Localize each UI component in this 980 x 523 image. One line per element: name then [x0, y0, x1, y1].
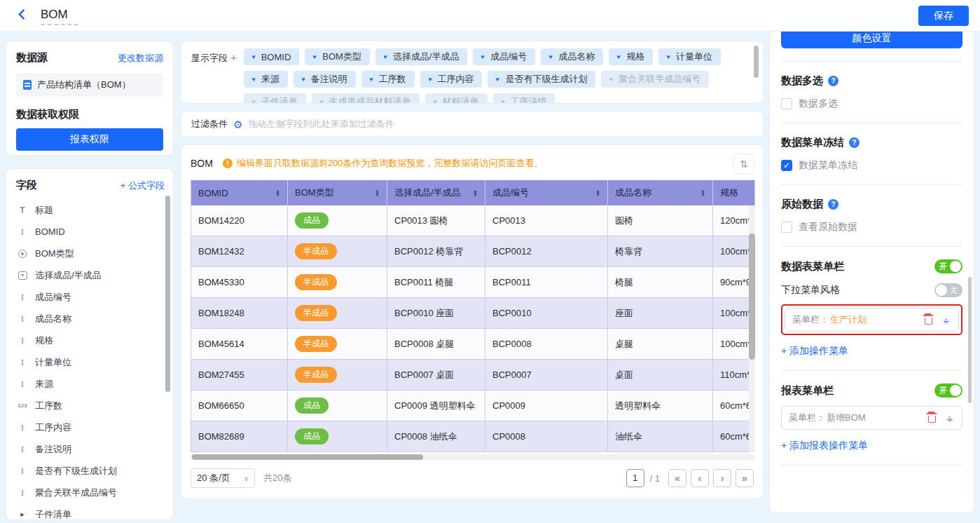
table-horizontal-scrollbar[interactable]: [191, 454, 755, 460]
chip-bomid[interactable]: ▼BOMID: [244, 48, 300, 65]
add-display-field-icon[interactable]: +: [230, 51, 237, 63]
report-permission-button[interactable]: 报表权限: [16, 128, 163, 151]
sort-icon[interactable]: ▲▼: [473, 189, 478, 196]
field-item-process-content[interactable]: 工序内容: [16, 416, 165, 438]
chip-process-count[interactable]: ▼工序数: [361, 71, 415, 88]
dropdown-style-toggle[interactable]: 关: [934, 283, 962, 297]
chip-bom-type[interactable]: ▼BOM类型: [305, 48, 370, 65]
field-item-bom-type[interactable]: BOM类型: [16, 243, 165, 264]
field-item-agg-code[interactable]: 聚合关联半成品编号: [16, 482, 165, 503]
menu-item-value[interactable]: 生产计划: [830, 313, 867, 326]
field-item-bomid[interactable]: BOMID: [16, 221, 165, 243]
field-item-unit[interactable]: 计量单位: [16, 351, 165, 373]
chip-child-list-disabled[interactable]: ▼子件清单: [244, 93, 306, 104]
column-header-spec[interactable]: 规格: [713, 180, 755, 205]
page-size-select[interactable]: 20 条/页 ∨: [191, 468, 255, 488]
field-item-title[interactable]: 标题: [16, 199, 165, 221]
datasource-item[interactable]: 产品结构清单（BOM）: [16, 73, 163, 97]
last-page-button[interactable]: »: [736, 469, 754, 487]
display-fields-scrollbar[interactable]: [754, 46, 759, 78]
table-vertical-scrollbar-thumb[interactable]: [749, 233, 755, 360]
sort-icon[interactable]: ▲▼: [595, 189, 600, 196]
field-item-product-code[interactable]: 成品编号: [16, 286, 165, 308]
help-icon[interactable]: ?: [849, 137, 860, 148]
field-item-select-product[interactable]: ▾选择成品/半成品: [16, 264, 165, 286]
delete-icon[interactable]: [925, 318, 932, 325]
field-item-source[interactable]: 来源: [16, 373, 165, 395]
chip-select-product[interactable]: ▼选择成品/半成品: [375, 48, 468, 65]
checkbox-unchecked[interactable]: [781, 222, 792, 233]
chip-semi-material-list-disabled[interactable]: ▼生成半成品材料清单: [312, 93, 420, 104]
column-header-bom-type[interactable]: BOM类型▲▼: [288, 180, 387, 205]
gear-icon[interactable]: ⚙: [233, 119, 242, 130]
move-icon[interactable]: ↔↕: [941, 315, 951, 325]
field-item-child-list[interactable]: 子件清单: [16, 503, 165, 520]
next-page-button[interactable]: ›: [713, 469, 731, 487]
table-row[interactable]: BOM45330 半成品 BCP0011 椅腿 BCP0011 椅腿 90cm*…: [191, 267, 755, 298]
menu-freeze-checkbox-row[interactable]: ✓ 数据菜单冻结: [781, 159, 962, 172]
add-action-menu-link[interactable]: + 添加操作菜单: [781, 345, 962, 358]
chip-process-detail-disabled[interactable]: ▼工序详情: [493, 93, 555, 104]
raw-data-checkbox-row[interactable]: 查看原始数据: [781, 221, 962, 233]
menu-item-value[interactable]: 新增BOM: [827, 412, 866, 424]
data-menu-bar-toggle[interactable]: 开: [934, 259, 962, 273]
field-item-spec[interactable]: 规格: [16, 330, 165, 351]
add-report-menu-link[interactable]: + 添加报表操作菜单: [781, 440, 962, 452]
column-header-product-name[interactable]: 成品名称▲▼: [608, 180, 713, 205]
table-row[interactable]: BOM18248 半成品 BCP0010 座面 BCP0010 座面 100cm…: [191, 298, 755, 329]
checkbox-checked[interactable]: ✓: [781, 160, 792, 171]
chip-product-name[interactable]: ▼成品名称: [541, 48, 603, 65]
chip-material-list-disabled[interactable]: ▼材料清单: [425, 93, 488, 104]
sort-icon[interactable]: ▲▼: [375, 189, 380, 196]
field-item-has-sub-plan[interactable]: 是否有下级生成计划: [16, 460, 165, 482]
color-settings-button[interactable]: 颜色设置: [781, 31, 962, 48]
menu-bar-item-new-bom[interactable]: 菜单栏： 新增BOM ↔↕: [781, 406, 962, 430]
delete-icon[interactable]: [928, 416, 936, 423]
sort-order-button[interactable]: ⇅: [733, 154, 754, 175]
first-page-button[interactable]: «: [668, 469, 686, 487]
save-button[interactable]: 保存: [918, 6, 969, 26]
fields-scrollbar[interactable]: [165, 196, 170, 392]
help-icon[interactable]: ?: [828, 76, 838, 86]
column-header-bomid[interactable]: BOMID▲▼: [191, 180, 288, 205]
settings-panel-scrollbar[interactable]: [968, 277, 972, 403]
field-item-remark[interactable]: 备注说明: [16, 438, 165, 460]
table-row[interactable]: BOM12432 半成品 BCP0012 椅靠背 BCP0012 椅靠背 100…: [191, 236, 755, 267]
chevron-down-icon: ▼: [250, 76, 257, 83]
chip-has-sub-plan[interactable]: ▼是否有下级生成计划: [488, 71, 595, 88]
chevron-down-icon: ▼: [427, 76, 434, 83]
chip-source[interactable]: ▼来源: [244, 71, 288, 88]
chip-remark[interactable]: ▼备注说明: [294, 71, 356, 88]
field-item-process-count[interactable]: 工序数: [16, 395, 165, 416]
change-datasource-link[interactable]: 更改数据源: [118, 52, 163, 64]
multi-select-checkbox-row[interactable]: 数据多选: [781, 97, 962, 110]
chip-agg-code-disabled[interactable]: ▼聚合关联半成品编号: [601, 71, 709, 88]
column-header-product-code[interactable]: 成品编号▲▼: [485, 180, 608, 205]
table-row[interactable]: BOM27455 半成品 BCP0007 桌面 BCP0007 桌面 110cm…: [191, 360, 755, 390]
current-page-input[interactable]: 1: [626, 469, 644, 487]
table-horizontal-scrollbar-thumb[interactable]: [192, 454, 423, 460]
chip-product-code[interactable]: ▼成品编号: [473, 48, 535, 65]
add-formula-field-link[interactable]: + 公式字段: [120, 179, 165, 192]
back-icon[interactable]: [18, 9, 29, 20]
checkbox-unchecked[interactable]: [781, 98, 792, 109]
chip-process-content[interactable]: ▼工序内容: [420, 71, 483, 88]
help-icon[interactable]: ?: [828, 199, 838, 210]
report-menu-bar-toggle[interactable]: 开: [934, 383, 962, 398]
sort-icon[interactable]: ▲▼: [701, 189, 705, 196]
field-item-product-name[interactable]: 成品名称: [16, 308, 165, 330]
table-vertical-scrollbar[interactable]: [749, 205, 755, 452]
menu-bar-item-production-plan[interactable]: 菜单栏： 生产计划 ↔↕: [785, 308, 959, 332]
prev-page-button[interactable]: ‹: [691, 469, 709, 487]
sort-icon[interactable]: ▲▼: [275, 189, 280, 196]
table-row[interactable]: BOM66650 成品 CP0009 透明塑料伞 CP0009 透明塑料伞 60…: [191, 390, 755, 421]
chip-spec[interactable]: ▼规格: [609, 48, 653, 65]
chevron-down-icon: ▼: [250, 54, 257, 60]
move-icon[interactable]: ↔↕: [944, 413, 955, 423]
table-row[interactable]: BOM45614 半成品 BCP0008 桌腿 BCP0008 桌腿 100cm…: [191, 329, 755, 360]
table-row[interactable]: BOM14220 成品 CP0013 圆椅 CP0013 圆椅 120cm*: [191, 205, 755, 236]
chip-unit[interactable]: ▼计量单位: [658, 48, 721, 65]
column-header-select-product[interactable]: 选择成品/半成品▲▼: [387, 180, 485, 205]
table-row[interactable]: BOM82689 成品 CP0008 油纸伞 CP0008 油纸伞 60cm*6: [191, 421, 755, 452]
text-field-icon: [16, 226, 29, 238]
